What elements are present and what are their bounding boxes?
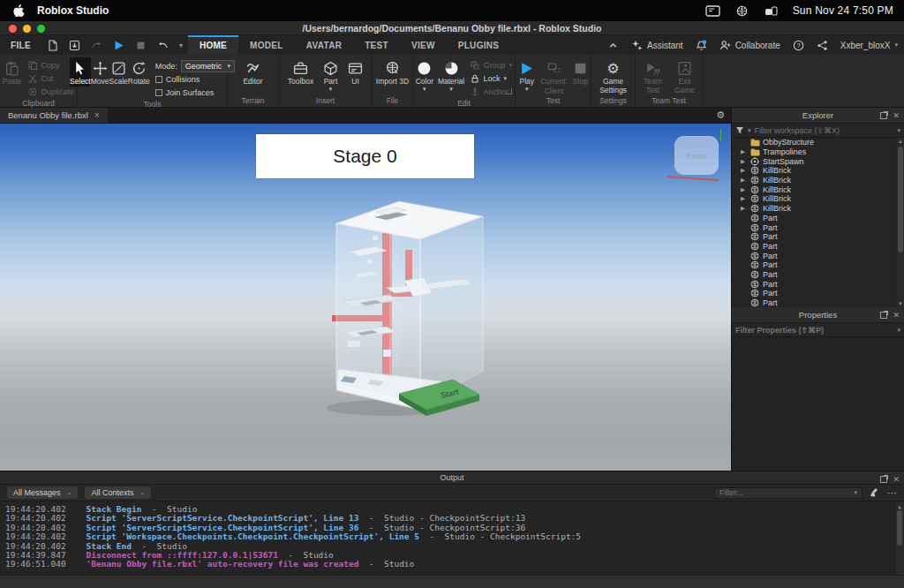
paste-button[interactable]: Paste (0, 57, 24, 87)
log-message[interactable]: Stack Begin (87, 504, 142, 514)
lock-button[interactable]: Lock▾ (468, 72, 515, 85)
select-tool-button[interactable]: Select (70, 57, 91, 87)
expand-arrow-icon[interactable]: ▶ (741, 148, 748, 155)
explorer-item-part[interactable]: Part (732, 232, 904, 242)
more-options-button[interactable]: ⋯ (887, 487, 897, 499)
close-panel-icon[interactable]: ✕ (893, 311, 900, 320)
explorer-item-killbrick[interactable]: ▶KillBrick (732, 166, 904, 176)
battery-status-icon[interactable] (764, 5, 779, 17)
quick-toolbar-customize-caret-icon[interactable]: ▾ (174, 35, 188, 55)
save-button[interactable] (64, 35, 86, 55)
color-button[interactable]: Color ▾ (413, 57, 436, 92)
help-button[interactable]: ? (787, 35, 810, 55)
ribbon-tab-home[interactable]: HOME (188, 35, 238, 55)
share-button[interactable] (810, 35, 834, 55)
collaborate-button[interactable]: Collaborate (713, 35, 787, 55)
play-quick-button[interactable] (108, 35, 130, 55)
filter-funnel-icon[interactable] (735, 126, 744, 134)
material-button[interactable]: Material ▾ (438, 57, 465, 92)
chevron-down-icon[interactable]: ▾ (897, 127, 900, 134)
explorer-filter-input[interactable] (755, 126, 894, 135)
mode-dropdown[interactable]: Geometric▾ (181, 60, 235, 72)
team-test-button[interactable]: Team Test (638, 57, 668, 94)
properties-header[interactable]: Properties ✕ (732, 307, 904, 323)
expand-arrow-icon[interactable]: ▶ (741, 195, 748, 202)
log-message[interactable]: Stack End (87, 541, 132, 551)
apple-logo-icon[interactable] (12, 4, 25, 18)
messages-filter-dropdown[interactable]: All Messages⌄ (7, 486, 78, 499)
obby-tower-model[interactable]: Start (291, 185, 494, 428)
document-tab[interactable]: Benanu Obby file.rbxl × (0, 108, 108, 123)
output-header[interactable]: Output ✕ (0, 471, 904, 485)
explorer-item-killbrick[interactable]: ▶KillBrick (732, 185, 904, 194)
part-button[interactable]: Part ▾ (319, 57, 343, 92)
display-mirroring-icon[interactable] (705, 5, 720, 17)
expand-arrow-icon[interactable]: ▶ (741, 205, 748, 212)
explorer-item-killbrick[interactable]: ▶KillBrick (732, 176, 904, 185)
explorer-item-startspawn[interactable]: ▶StartSpawn (732, 156, 904, 166)
move-tool-button[interactable]: Move (91, 57, 109, 87)
explorer-item-obbystructure[interactable]: ObbyStructure (732, 138, 904, 147)
explorer-item-part[interactable]: Part (732, 279, 904, 289)
stop-quick-icon[interactable] (130, 35, 152, 55)
explorer-item-part[interactable]: Part (732, 251, 904, 260)
expand-arrow-icon[interactable]: ▶ (741, 167, 748, 174)
file-menu-button[interactable]: FILE (0, 35, 41, 55)
explorer-item-killbrick[interactable]: ▶KillBrick (732, 194, 904, 204)
output-scrollbar[interactable]: ▲ (894, 501, 904, 575)
view-cube[interactable]: Front (674, 136, 719, 175)
expand-arrow-icon[interactable]: ▶ (741, 186, 748, 193)
explorer-item-part[interactable]: Part (732, 270, 904, 280)
explorer-item-part[interactable]: Part (732, 242, 904, 252)
popout-panel-icon[interactable] (880, 112, 887, 119)
terrain-editor-button[interactable]: Editor (237, 57, 269, 87)
ui-button[interactable]: UI (345, 57, 366, 87)
redo-icon[interactable] (86, 35, 108, 55)
close-panel-icon[interactable]: ✕ (893, 111, 900, 120)
explorer-item-part[interactable]: Part (732, 222, 904, 232)
explorer-item-killbrick[interactable]: ▶KillBrick (732, 204, 904, 214)
ribbon-tab-view[interactable]: VIEW (400, 35, 447, 55)
collapse-ribbon-button[interactable] (601, 35, 625, 55)
expand-arrow-icon[interactable]: ▶ (741, 158, 748, 165)
ribbon-tab-test[interactable]: TEST (353, 35, 400, 55)
popout-panel-icon[interactable] (880, 312, 887, 319)
explorer-item-part[interactable]: Part (732, 289, 904, 298)
log-message[interactable]: Script 'ServerScriptService.CheckpointSc… (87, 513, 359, 523)
stop-button[interactable]: Stop (569, 57, 591, 87)
toolbox-button[interactable]: Toolbox (285, 57, 317, 87)
chevron-down-icon[interactable]: ▾ (897, 327, 900, 334)
group-button[interactable]: Group▾ (468, 59, 515, 72)
ribbon-tab-plugins[interactable]: PLUGINS (447, 35, 511, 55)
user-account-button[interactable]: Xxber_bloxX ▾ (834, 35, 904, 55)
menubar-clock[interactable]: Sun Nov 24 7:50 PM (793, 4, 893, 17)
log-message[interactable]: Script 'ServerScriptService.CheckpointSc… (87, 523, 359, 532)
play-button[interactable]: Play ▾ (516, 57, 539, 92)
explorer-header[interactable]: Explorer ✕ (732, 108, 904, 124)
viewport-settings-gear-icon[interactable]: ⚙ (716, 108, 731, 123)
scale-tool-button[interactable]: Scale (109, 57, 128, 87)
contexts-filter-dropdown[interactable]: All Contexts⌄ (85, 486, 151, 499)
explorer-item-part[interactable]: Part (732, 260, 904, 270)
join-surfaces-checkbox[interactable]: Join Surfaces (155, 87, 235, 99)
ribbon-tab-model[interactable]: MODEL (238, 35, 295, 55)
close-tab-icon[interactable]: × (94, 110, 100, 120)
chevron-down-icon[interactable]: ▾ (854, 489, 857, 496)
viewport-3d[interactable]: Stage 0 (0, 124, 731, 471)
close-panel-icon[interactable]: ✕ (893, 475, 900, 484)
chevron-down-icon[interactable]: ▾ (748, 127, 751, 134)
exit-game-button[interactable]: Exit Game (670, 57, 700, 94)
explorer-item-part[interactable]: Part (732, 214, 904, 223)
game-settings-button[interactable]: ⚙ Game Settings (594, 57, 633, 94)
expand-arrow-icon[interactable]: ▶ (741, 177, 748, 184)
collisions-checkbox[interactable]: Collisions (155, 73, 235, 86)
properties-filter-input[interactable] (735, 326, 893, 335)
new-file-button[interactable] (41, 35, 64, 55)
clear-output-button[interactable] (870, 487, 880, 498)
globe-status-icon[interactable] (734, 5, 750, 17)
undo-icon[interactable] (152, 35, 174, 55)
assistant-button[interactable]: Assistant (625, 35, 689, 55)
explorer-item-part[interactable]: Part (732, 298, 904, 307)
duplicate-button[interactable]: Duplicate (26, 86, 77, 98)
ribbon-tab-avatar[interactable]: AVATAR (295, 35, 354, 55)
